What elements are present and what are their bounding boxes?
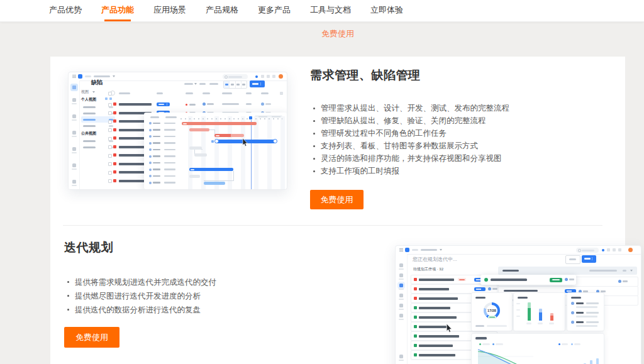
view-switcher (223, 80, 247, 89)
burndown-chart (477, 348, 535, 364)
app-logo (78, 74, 82, 79)
sprint-screenshot: 您正在规划迭代中... 待规划工作项 · 32 (395, 245, 641, 364)
section-title-iteration: 迭代规划 (64, 240, 113, 256)
legend-dot-green (479, 343, 481, 345)
iteration-bullet-list: 提供将需求规划进迭代并完成迭代的交付 提供燃尽图进行迭代开发进度的分析 提供迭代… (65, 275, 216, 317)
column-due-date (165, 116, 177, 118)
bar-blocked (550, 313, 553, 321)
bar-inprogress (539, 309, 542, 321)
board-view-tab (230, 81, 235, 88)
column-priority (186, 92, 193, 94)
bullet-item: 管理研发过程中不同角色的工作任务 (311, 127, 509, 140)
chevron-down-icon (440, 249, 442, 251)
nav-item-advantages[interactable]: 产品优势 (49, 0, 82, 21)
nav-item-tools-docs[interactable]: 工具与文档 (310, 0, 351, 21)
banner-cta-link[interactable]: 免费使用 (50, 28, 625, 40)
table-header (105, 90, 284, 97)
mockup-page-title: 缺陷 (91, 79, 103, 87)
toolbar-icon (272, 75, 275, 78)
column-assignee (203, 92, 210, 94)
iteration-icon (399, 284, 403, 287)
task-icon (211, 140, 214, 143)
requirements-bullet-list: 管理需求从提出、设计、开发、测试、发布的完整流程 管理缺陷从提出、修复、验证、关… (311, 102, 509, 177)
gantt-row-meta (149, 122, 152, 124)
mouse-cursor (242, 138, 248, 146)
column-creator (261, 92, 269, 94)
breadcrumb (412, 249, 418, 251)
defect-row (105, 100, 284, 109)
overview-icon (72, 98, 76, 102)
cancel-button (565, 255, 580, 264)
check-icon (484, 278, 488, 282)
column-status (157, 92, 163, 94)
public-views-label: 公共视图 (81, 131, 96, 136)
toast-text (491, 279, 527, 281)
gantt-overlay (144, 113, 287, 189)
sprint-panel-header (498, 267, 637, 275)
gantt-bar (189, 146, 202, 150)
avatar (565, 278, 568, 281)
icon-rail (69, 80, 80, 189)
backlog-panel-title: 待规划工作项 · 32 (413, 267, 443, 272)
project-icon (70, 84, 78, 91)
mini-bar (590, 360, 592, 364)
free-use-button-requirements[interactable]: 免费使用 (310, 190, 364, 209)
menu-icon (72, 75, 76, 78)
divider (396, 254, 641, 255)
save-button (582, 255, 596, 263)
views-header: 视图 (81, 89, 89, 95)
members-card (567, 292, 604, 331)
free-use-button-iteration[interactable]: 免费使用 (64, 327, 119, 348)
app-logo (405, 248, 409, 252)
member-row (571, 302, 600, 309)
top-nav: 产品优势 产品功能 应用场景 产品规格 更多产品 工具与文档 立即体验 (0, 0, 644, 22)
breadcrumb-project (421, 249, 437, 251)
legend-dot-dark-blue (558, 343, 560, 345)
nav-item-more-products[interactable]: 更多产品 (258, 0, 291, 21)
member-row (571, 321, 600, 328)
overview-icon (399, 263, 403, 267)
chevron-down-icon (194, 83, 197, 85)
donut-value: 17/28 (472, 309, 512, 312)
gantt-row-meta (149, 168, 152, 171)
section-divider (63, 225, 602, 226)
icon-rail (396, 254, 408, 364)
overview-chart-card: 17/28 (471, 292, 513, 331)
column-hours (246, 92, 252, 94)
checkbox (108, 92, 112, 96)
timeline-ticks (180, 118, 282, 119)
mouse-cursor (446, 324, 452, 333)
toolbar-icon (618, 248, 621, 251)
task-icon (399, 304, 403, 307)
toolbar-icon (261, 75, 264, 78)
nav-item-features[interactable]: 产品功能 (101, 0, 134, 21)
create-button (250, 80, 265, 87)
gantt-row-meta (149, 129, 152, 131)
nav-item-specs[interactable]: 产品规格 (206, 0, 238, 21)
column-title (119, 92, 130, 94)
gantt-connector (204, 171, 234, 181)
today-line (251, 120, 252, 189)
menu-icon (399, 248, 403, 251)
nav-item-try-now[interactable]: 立即体验 (370, 0, 403, 21)
avatar (628, 248, 633, 252)
defect-icon (399, 294, 403, 297)
search-input (576, 248, 599, 253)
notification-icon (255, 75, 258, 78)
bar-done (528, 302, 531, 321)
gantt-bar (214, 134, 244, 137)
mini-bar (596, 358, 599, 364)
nav-item-scenarios[interactable]: 应用场景 (153, 0, 186, 21)
gantt-bar (189, 128, 209, 131)
gantt-row-meta (149, 182, 152, 184)
legend-dot-blue (492, 343, 494, 345)
trend-chart-card (471, 333, 604, 364)
bullet-item: 灵活的筛选和排序功能，并支持保存视图和分享视图 (311, 152, 509, 165)
confirm-pill (550, 278, 562, 282)
chevron-down-icon (113, 75, 115, 77)
calendar-view-tab (242, 81, 247, 88)
iteration-icon (72, 147, 76, 151)
status-bar-chart-card (513, 292, 565, 331)
gantt-row-meta (149, 142, 152, 145)
requirement-icon (399, 273, 403, 277)
